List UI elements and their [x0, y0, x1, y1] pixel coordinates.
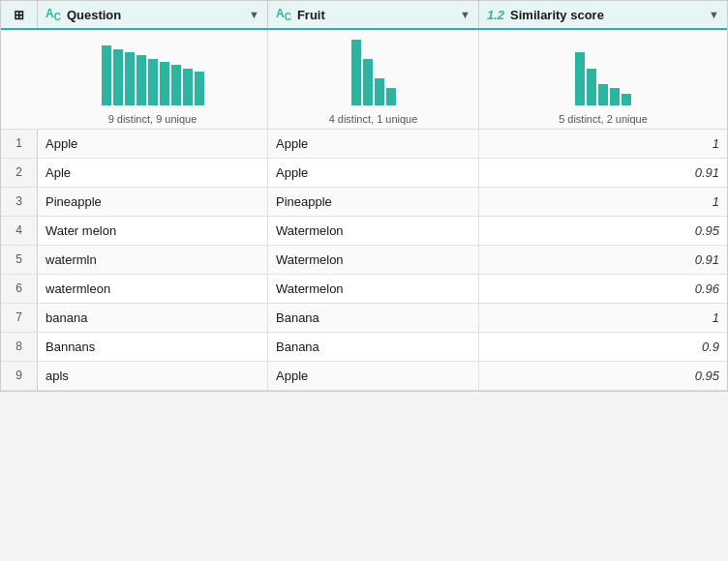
text-type-icon-fruit: AC	[276, 7, 291, 22]
numeric-type-icon-score: 1.2	[487, 8, 504, 22]
histogram-bars-fruit	[351, 38, 396, 105]
histogram-bar	[102, 45, 111, 105]
cell-question: Pineapple	[38, 188, 268, 216]
histogram-preview-row: 9 distinct, 9 unique 4 distinct, 1 uniqu…	[1, 30, 727, 130]
cell-fruit: Banana	[268, 333, 479, 361]
histogram-label-question: 9 distinct, 9 unique	[108, 113, 197, 125]
cell-fruit: Watermelon	[268, 246, 479, 274]
table-row[interactable]: 1 Apple Apple 1	[1, 130, 727, 159]
row-index: 1	[1, 130, 38, 158]
cell-fruit: Banana	[268, 304, 479, 332]
histogram-bar	[575, 52, 585, 105]
histogram-bar	[125, 52, 135, 105]
cell-fruit: Watermelon	[268, 217, 479, 245]
cell-score: 0.91	[479, 246, 727, 274]
grid-icon: ⊞	[14, 8, 24, 22]
histogram-bar	[195, 72, 204, 105]
column-label-fruit: Fruit	[297, 8, 325, 22]
table-row[interactable]: 8 Bannans Banana 0.9	[1, 333, 727, 362]
histogram-question: 9 distinct, 9 unique	[38, 30, 268, 129]
histogram-bar	[598, 84, 608, 105]
histogram-label-fruit: 4 distinct, 1 unique	[329, 113, 418, 125]
cell-question: apls	[38, 362, 268, 390]
table-row[interactable]: 6 watermleon Watermelon 0.96	[1, 275, 727, 304]
table-row[interactable]: 4 Water melon Watermelon 0.95	[1, 217, 727, 246]
cell-score: 0.95	[479, 362, 727, 390]
cell-score: 0.95	[479, 217, 727, 245]
cell-fruit: Apple	[268, 362, 479, 390]
histogram-bars-score	[575, 38, 631, 105]
histogram-score: 5 distinct, 2 unique	[479, 30, 727, 129]
cell-fruit: Apple	[268, 130, 479, 158]
histogram-label-score: 5 distinct, 2 unique	[559, 113, 648, 125]
cell-score: 1	[479, 304, 727, 332]
histogram-bar	[351, 40, 361, 105]
row-index-header[interactable]: ⊞	[1, 1, 38, 28]
row-index: 9	[1, 362, 38, 390]
histogram-bar	[622, 94, 631, 105]
cell-fruit: Apple	[268, 159, 479, 187]
text-type-icon-question: AC	[46, 7, 61, 22]
cell-fruit: Pineapple	[268, 188, 479, 216]
column-header-fruit[interactable]: AC Fruit ▼	[268, 1, 479, 28]
histogram-bars-question	[102, 38, 204, 105]
cell-score: 1	[479, 188, 727, 216]
cell-question: Aple	[38, 159, 268, 187]
row-index: 4	[1, 217, 38, 245]
histogram-bar	[113, 49, 123, 105]
table-row[interactable]: 3 Pineapple Pineapple 1	[1, 188, 727, 217]
row-index: 3	[1, 188, 38, 216]
table-row[interactable]: 7 banana Banana 1	[1, 304, 727, 333]
histogram-bar	[375, 78, 384, 105]
histogram-bar	[363, 59, 373, 105]
histogram-bar	[610, 88, 620, 105]
cell-score: 0.91	[479, 159, 727, 187]
cell-score: 0.9	[479, 333, 727, 361]
cell-question: watermleon	[38, 275, 268, 303]
table-row[interactable]: 9 apls Apple 0.95	[1, 362, 727, 391]
row-index: 6	[1, 275, 38, 303]
cell-question: watermln	[38, 246, 268, 274]
chevron-down-icon-fruit[interactable]: ▼	[460, 9, 470, 20]
header-row: ⊞ AC Question ▼ AC Fruit ▼ 1.2 Similarit…	[1, 1, 727, 30]
chevron-down-icon-question[interactable]: ▼	[249, 9, 259, 20]
cell-score: 1	[479, 130, 727, 158]
cell-question: Water melon	[38, 217, 268, 245]
cell-fruit: Watermelon	[268, 275, 479, 303]
row-index: 5	[1, 246, 38, 274]
histogram-bar	[171, 65, 181, 105]
data-rows-container: 1 Apple Apple 1 2 Aple Apple 0.91 3 Pine…	[1, 130, 727, 391]
main-table: ⊞ AC Question ▼ AC Fruit ▼ 1.2 Similarit…	[0, 0, 728, 392]
cell-score: 0.96	[479, 275, 727, 303]
table-row[interactable]: 2 Aple Apple 0.91	[1, 159, 727, 188]
row-index: 7	[1, 304, 38, 332]
column-label-question: Question	[67, 8, 121, 22]
table-row[interactable]: 5 watermln Watermelon 0.91	[1, 246, 727, 275]
cell-question: Apple	[38, 130, 268, 158]
histogram-bar	[386, 88, 396, 105]
cell-question: banana	[38, 304, 268, 332]
column-header-question[interactable]: AC Question ▼	[38, 1, 268, 28]
column-header-score[interactable]: 1.2 Similarity score ▼	[479, 1, 727, 28]
histogram-bar	[160, 62, 169, 105]
histogram-bar	[183, 69, 193, 105]
histogram-fruit: 4 distinct, 1 unique	[268, 30, 479, 129]
column-label-score: Similarity score	[510, 8, 604, 22]
cell-question: Bannans	[38, 333, 268, 361]
histogram-bar	[136, 55, 146, 105]
histogram-bar	[148, 59, 158, 105]
histogram-bar	[587, 69, 596, 105]
chevron-down-icon-score[interactable]: ▼	[709, 9, 719, 20]
row-index: 2	[1, 159, 38, 187]
row-index: 8	[1, 333, 38, 361]
